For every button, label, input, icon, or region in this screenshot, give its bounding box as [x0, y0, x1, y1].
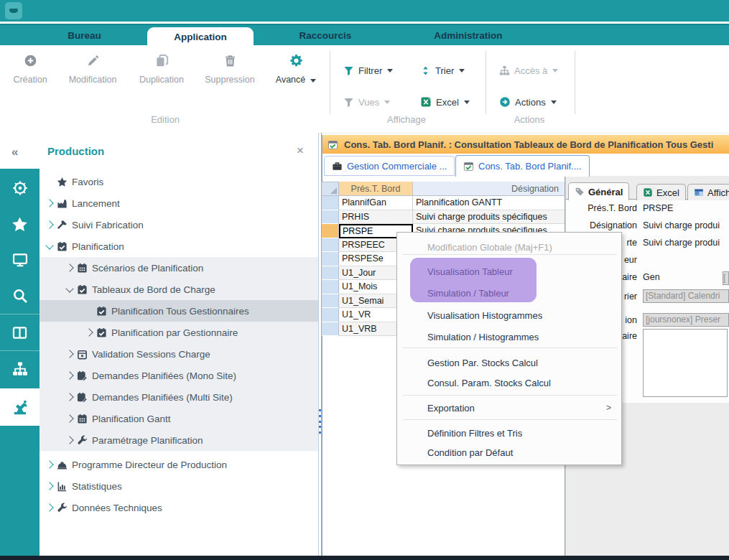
select-all-cell[interactable] [322, 182, 339, 196]
menu-item-simulation-histogrammes[interactable]: Simulation / Histogrammes [397, 327, 621, 346]
chevron-right-icon[interactable] [45, 482, 53, 490]
chevron-right-icon[interactable] [85, 328, 93, 336]
column-header-pres-t-bord[interactable]: Prés.T. Bord [339, 182, 413, 196]
calendrier-input[interactable]: [Standard] Calendri [643, 289, 729, 303]
tree-item-planification[interactable]: Planification [40, 235, 321, 257]
rail-item-search[interactable] [0, 278, 40, 314]
chevron-down-icon[interactable] [65, 284, 73, 292]
pencil-icon [86, 54, 100, 67]
tree-item-parametrage-planification[interactable]: Paramétrage Planification [40, 429, 341, 451]
tree-item-donnees-techniques[interactable]: Données Techniques [40, 497, 321, 518]
chevron-right-icon[interactable] [65, 436, 73, 444]
chevron-down-icon[interactable] [45, 241, 53, 249]
tree-item-planification-tous-gestionnaires[interactable]: Planification Tous Gestionnaires [40, 300, 361, 322]
hammer-icon [57, 220, 68, 230]
splitter-grip[interactable] [319, 409, 321, 434]
cell-designation[interactable]: Plannification GANTT [413, 196, 565, 210]
row-selector[interactable] [322, 308, 339, 322]
tree-item-demandes-planifiees-mono[interactable]: Demandes Planifiées (Mono Site) [40, 365, 341, 386]
panel-tab-affichage[interactable]: Affich [687, 184, 729, 200]
row-selector[interactable] [322, 252, 339, 266]
document-title: Cons. Tab. Bord Planif. : Consultation T… [344, 139, 713, 150]
tree-item-tableaux-bord-charge[interactable]: Tableaux de Bord de Charge [40, 279, 341, 300]
menu-item-consul-param-stocks-calcul[interactable]: Consul. Param. Stocks Calcul [397, 373, 621, 392]
tree-item-statistiques[interactable]: Statistiques [40, 475, 321, 497]
row-selector-current[interactable] [322, 224, 339, 238]
panel-splitter[interactable] [318, 133, 319, 556]
chevron-right-icon[interactable] [65, 414, 73, 422]
ribbon-tab-administration[interactable]: Administration [394, 25, 543, 47]
row-selector[interactable] [322, 210, 339, 225]
close-icon[interactable]: × [297, 144, 304, 158]
ribbon-tab-raccourcis[interactable]: Raccourcis [260, 25, 391, 47]
app-logo-icon[interactable] [5, 2, 22, 19]
tree-item-demandes-planifiees-multi[interactable]: Demandes Planifiées (Multi Site) [40, 386, 341, 408]
panel-tab-general[interactable]: Général [568, 182, 629, 200]
column-header-designation[interactable]: Désignation [413, 182, 565, 196]
acces-a-button[interactable]: Accès à [499, 62, 558, 78]
ribbon-tab-bureau[interactable]: Bureau [29, 25, 140, 47]
tree-item-validation-sessions-charge[interactable]: Validation Sessions Charge [40, 343, 341, 365]
row-selector[interactable] [322, 322, 339, 337]
tree-item-suivi-fabrication[interactable]: Suivi Fabrication [40, 214, 321, 235]
trash-icon [223, 54, 237, 67]
rail-item-sitemap[interactable] [0, 350, 40, 387]
gear-icon [289, 54, 303, 67]
cell-code[interactable]: PlannifGan [339, 196, 413, 210]
chevron-right-icon[interactable] [45, 220, 53, 228]
calendar-check-icon [96, 306, 107, 317]
tree-item-lancement[interactable]: Lancement [40, 192, 321, 214]
creation-button[interactable]: Création [6, 54, 55, 85]
excel-button[interactable]: Excel [420, 94, 470, 110]
collapse-panel-icon[interactable]: « [11, 145, 18, 159]
calendar-input-cut[interactable]: [ [723, 271, 729, 285]
application-window: Bureau Application Raccourcis Administra… [0, 0, 729, 560]
filtrer-button[interactable]: Filtrer [343, 62, 393, 78]
menu-item-visualisation-histogrammes[interactable]: Visualisation Histogrammes [397, 306, 621, 325]
vues-button[interactable]: Vues [343, 94, 390, 110]
chevron-down-icon [464, 101, 470, 104]
actions-button[interactable]: Actions [499, 94, 557, 110]
menu-item-condition-par-defaut[interactable]: Condition par Défaut [397, 443, 621, 462]
sitemap-icon [499, 65, 510, 76]
row-selector[interactable] [322, 196, 339, 210]
modification-button[interactable]: Modification [59, 54, 126, 85]
chevron-right-icon[interactable] [65, 371, 73, 379]
row-selector[interactable] [322, 280, 339, 294]
suppression-button[interactable]: Suppression [197, 54, 263, 85]
row-selector[interactable] [322, 238, 339, 253]
chevron-right-icon[interactable] [65, 393, 73, 401]
joursnonex-input[interactable]: [joursnonex] Preser [643, 313, 729, 327]
doc-tab-cons-tab-bord-planif[interactable]: Cons. Tab. Bord Planif.... [455, 155, 590, 177]
trier-button[interactable]: Trier [420, 62, 465, 78]
chevron-right-icon[interactable] [45, 503, 53, 511]
menu-item-exportation[interactable]: Exportation > [397, 398, 621, 417]
chevron-right-icon[interactable] [45, 199, 53, 207]
tree-item-programme-directeur[interactable]: Programme Directeur de Production [40, 454, 321, 475]
chevron-right-icon[interactable] [65, 350, 73, 358]
rail-item-monitor[interactable] [0, 242, 40, 278]
factory-icon [57, 198, 68, 209]
tree-item-favoris[interactable]: Favoris [40, 171, 321, 192]
tree-item-scenarios-planification[interactable]: Scénarios de Planification [40, 257, 341, 279]
row-selector[interactable] [322, 266, 339, 281]
rail-item-wheel[interactable] [0, 170, 40, 206]
duplication-button[interactable]: Duplication [131, 54, 192, 85]
cell-code[interactable]: PRHIS [339, 210, 413, 225]
tree-item-planification-gantt[interactable]: Planification Gantt [40, 408, 341, 429]
calendar-grid-icon [77, 263, 88, 274]
rail-item-robot-production[interactable] [0, 388, 40, 426]
chevron-right-icon[interactable] [45, 460, 53, 468]
rail-item-columns[interactable] [0, 314, 40, 350]
panel-tab-excel[interactable]: Excel [636, 184, 686, 200]
tree-item-planification-par-gestionnaire[interactable]: Planification par Gestionnaire [40, 322, 361, 343]
doc-tab-gestion-commerciale[interactable]: Gestion Commerciale ... [324, 156, 455, 176]
row-selector[interactable] [322, 294, 339, 309]
commentaire-textarea[interactable] [643, 329, 728, 397]
chevron-right-icon[interactable] [65, 263, 73, 271]
avance-button[interactable]: Avancé [267, 54, 325, 85]
cell-designation[interactable]: Suivi charge produits spécifiques [413, 210, 565, 225]
rail-item-favorites[interactable] [0, 206, 40, 242]
menu-item-gestion-par-stocks-calcul[interactable]: Gestion Par. Stocks Calcul [397, 353, 621, 372]
menu-item-definition-filtres-tris[interactable]: Définition Filtres et Tris [397, 424, 621, 442]
